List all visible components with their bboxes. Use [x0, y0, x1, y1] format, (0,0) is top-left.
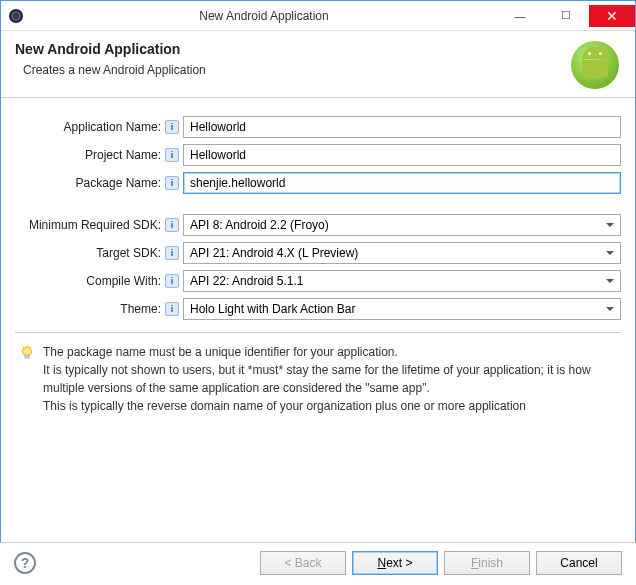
package-name-input[interactable]	[183, 172, 621, 194]
project-name-label: Project Name:	[15, 148, 163, 162]
window-title: New Android Application	[31, 9, 497, 23]
theme-select[interactable]: Holo Light with Dark Action Bar	[183, 298, 621, 320]
min-sdk-select[interactable]: API 8: Android 2.2 (Froyo)	[183, 214, 621, 236]
info-icon[interactable]: i	[165, 120, 179, 134]
project-name-input[interactable]	[183, 144, 621, 166]
maximize-button[interactable]: ☐	[543, 5, 589, 27]
divider	[15, 332, 621, 333]
theme-label: Theme:	[15, 302, 163, 316]
application-name-input[interactable]	[183, 116, 621, 138]
android-logo-icon	[571, 41, 619, 89]
package-name-label: Package Name:	[15, 176, 163, 190]
finish-button[interactable]: Finish	[444, 551, 530, 575]
minimize-button[interactable]: —	[497, 5, 543, 27]
info-icon[interactable]: i	[165, 274, 179, 288]
page-title: New Android Application	[15, 41, 563, 57]
target-sdk-label: Target SDK:	[15, 246, 163, 260]
info-icon[interactable]: i	[165, 148, 179, 162]
info-icon[interactable]: i	[165, 302, 179, 316]
svg-rect-4	[25, 355, 29, 358]
info-icon[interactable]: i	[165, 218, 179, 232]
tip-panel: The package name must be a unique identi…	[15, 343, 621, 415]
compile-with-select[interactable]: API 22: Android 5.1.1	[183, 270, 621, 292]
compile-with-label: Compile With:	[15, 274, 163, 288]
next-button[interactable]: Next >	[352, 551, 438, 575]
info-icon[interactable]: i	[165, 246, 179, 260]
target-sdk-select[interactable]: API 21: Android 4.X (L Preview)	[183, 242, 621, 264]
application-name-label: Application Name:	[15, 120, 163, 134]
cancel-button[interactable]: Cancel	[536, 551, 622, 575]
wizard-footer: ? < Back Next > Finish Cancel	[0, 542, 636, 585]
svg-point-2	[14, 14, 18, 18]
form-content: Application Name: i Project Name: i Pack…	[1, 98, 635, 421]
close-button[interactable]: ✕	[589, 5, 635, 27]
window-controls: — ☐ ✕	[497, 5, 635, 27]
help-icon[interactable]: ?	[14, 552, 36, 574]
titlebar: New Android Application — ☐ ✕	[1, 1, 635, 31]
tip-text: The package name must be a unique identi…	[43, 343, 617, 415]
min-sdk-label: Minimum Required SDK:	[15, 218, 163, 232]
page-subtitle: Creates a new Android Application	[15, 63, 563, 77]
back-button[interactable]: < Back	[260, 551, 346, 575]
lightbulb-icon	[19, 345, 35, 361]
info-icon[interactable]: i	[165, 176, 179, 190]
wizard-header: New Android Application Creates a new An…	[1, 31, 635, 98]
app-icon	[1, 1, 31, 31]
svg-point-3	[23, 347, 32, 356]
